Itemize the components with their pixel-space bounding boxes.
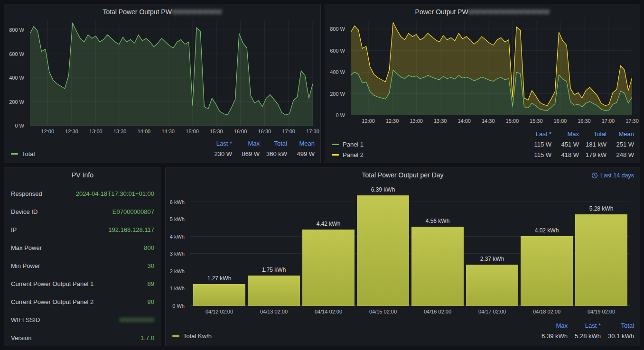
y-tick-label: 200 W (330, 91, 345, 97)
pv-row-device-id: Device ID E07000000807 (11, 203, 154, 221)
pv-value: 30 (148, 262, 154, 269)
legend-stat-header-mean[interactable]: Mean (607, 130, 634, 138)
panel-title-total-power[interactable]: Total Power Output PWWWWWWWWW (4, 8, 320, 16)
x-tick-label: 15:00 (506, 118, 519, 124)
legend-stat-header-last[interactable]: Last * (568, 322, 601, 329)
legend-stat-header-total[interactable]: Total (601, 322, 634, 329)
pv-value: E07000000807 (112, 208, 154, 215)
y-tick-label: 0 Wh (172, 303, 185, 309)
bar[interactable] (248, 276, 300, 306)
legend-stat-header-mean[interactable]: Mean (287, 140, 315, 147)
plot-area[interactable]: 1.27 kWh1.75 kWh4.42 kWh6.39 kWh4.56 kWh… (190, 186, 630, 306)
x-tick-label: 16:30 (258, 129, 271, 134)
panel-title-pv-info[interactable]: PV Info (4, 171, 161, 179)
pv-value: 1.7.0 (140, 334, 154, 341)
x-axis-labels: 12:0012:3013:0013:3014:0014:3015:0015:30… (30, 127, 313, 135)
legend-item-total-kwh[interactable]: Total Kw/h (172, 332, 534, 340)
x-tick-label: 15:30 (210, 129, 223, 134)
bar[interactable] (302, 230, 355, 306)
stat-value-total: 30.1 kWh (601, 332, 634, 340)
x-tick-label: 12:30 (386, 118, 399, 124)
bar-slots: 1.27 kWh1.75 kWh4.42 kWh6.39 kWh4.56 kWh… (190, 186, 630, 306)
x-tick-label: 04/12 02:00 (193, 307, 246, 315)
x-tick-label: 13:30 (434, 118, 447, 124)
x-tick-label: 12:30 (65, 129, 78, 134)
bar[interactable] (466, 265, 518, 306)
panel-power-timeseries[interactable]: 0 W200 W400 W600 W800 W12:0012:3013:0013… (329, 20, 635, 125)
legend-item-label: Total (22, 150, 35, 157)
panel-daily-power-output: Total Power Output per Day Last 14 days … (165, 167, 640, 346)
pv-label: Min Power (11, 262, 40, 269)
y-tick-label: 400 W (330, 69, 345, 75)
y-axis-labels: 0 W200 W400 W600 W800 W (8, 20, 27, 126)
legend-stat-header-total[interactable]: Total (260, 140, 287, 147)
y-tick-label: 0 W (15, 123, 24, 129)
legend-stat-header-last[interactable]: Last * (205, 140, 232, 147)
legend-item-label: Total Kw/h (183, 332, 212, 340)
x-tick-label: 13:00 (89, 129, 103, 134)
bar[interactable] (357, 195, 409, 306)
time-range-badge[interactable]: Last 14 days (591, 172, 634, 179)
daily-bar-chart[interactable]: 0 Wh1 kWh2 kWh3 kWh4 kWh5 kWh6 kWh1.27 k… (169, 186, 634, 315)
pv-value: 90 (148, 298, 154, 305)
x-axis-labels: 04/12 02:0004/13 02:0004/14 02:0004/15 0… (190, 307, 630, 315)
y-tick-label: 3 kWh (170, 251, 185, 257)
bar-slot: 4.02 kWh (520, 186, 573, 306)
x-tick-label: 04/18 02:00 (520, 307, 573, 315)
stat-value-max: 451 W (551, 141, 579, 148)
legend-stat-header-last[interactable]: Last * (524, 130, 551, 138)
legend-item-label: Panel 2 (343, 151, 364, 158)
bar-slot: 5.28 kWh (575, 186, 628, 306)
panel-title-text: Power Output PW (415, 8, 468, 16)
series-swatch-olive (172, 335, 179, 337)
daily-legend: Max Last * Total Total Kw/h 6.39 kWh 5.2… (172, 320, 634, 341)
plot-area[interactable] (351, 20, 632, 115)
x-tick-label: 04/19 02:00 (575, 307, 628, 315)
total-power-timeseries[interactable]: 0 W200 W400 W600 W800 W12:0012:3013:0013… (8, 20, 316, 135)
legend-stat-header-max[interactable]: Max (551, 130, 579, 138)
pv-row-current-power-panel-1: Current Power Output Panel 1 89 (11, 275, 154, 293)
legend-row-total-kwh: Total Kw/h 6.39 kWh 5.28 kWh 30.1 kWh (172, 331, 634, 341)
legend-header-row: Last * Max Total Mean (11, 138, 315, 148)
x-tick-label: 17:00 (602, 118, 615, 124)
legend-item-total[interactable]: Total (11, 150, 205, 157)
bar[interactable] (193, 284, 245, 306)
x-tick-label: 12:00 (362, 118, 375, 124)
legend-stat-header-max[interactable]: Max (232, 140, 260, 147)
series-swatch-yellow (332, 154, 339, 156)
x-tick-label: 14:00 (457, 118, 471, 124)
bar-value-label: 6.39 kWh (356, 186, 410, 193)
legend-item-panel-2[interactable]: Panel 2 (332, 151, 524, 158)
legend-stat-header-total[interactable]: Total (579, 130, 607, 138)
plot-area[interactable] (30, 20, 313, 126)
pv-row-current-power-panel-2: Current Power Output Panel 2 90 (11, 293, 154, 311)
stat-value-max: 6.39 kWh (534, 332, 568, 340)
bar-slot: 1.75 kWh (247, 186, 300, 306)
series-swatch-green (332, 144, 339, 145)
x-tick-label: 12:00 (41, 129, 54, 134)
bar-value-label: 4.02 kWh (520, 227, 573, 234)
pv-info-table: Responsed 2024-04-18T17:30:01+01:00 Devi… (11, 184, 154, 346)
y-tick-label: 600 W (9, 51, 24, 57)
bar-slot: 1.27 kWh (193, 186, 246, 306)
total-power-legend: Last * Max Total Mean Total 230 W 869 W … (11, 138, 315, 159)
bar[interactable] (411, 227, 464, 306)
y-tick-label: 1 kWh (170, 286, 185, 291)
legend-row-panel-2: Panel 2 115 W 418 W 179 kW 248 W (332, 149, 634, 160)
legend-item-panel-1[interactable]: Panel 1 (332, 141, 524, 148)
x-tick-label: 15:00 (186, 129, 199, 134)
pv-label: Device ID (11, 208, 37, 215)
panel-power-output-panels: Power Output PWWWWWWWWWWWWWW 0 W200 W400… (325, 4, 640, 163)
legend-stat-header-max[interactable]: Max (534, 322, 568, 329)
bar-slot: 6.39 kWh (356, 186, 410, 306)
bar[interactable] (521, 236, 573, 306)
x-tick-label: 04/16 02:00 (411, 307, 464, 315)
pv-row-ip: IP 192.168.128.117 (11, 221, 154, 239)
legend-header-row: Last * Max Total Mean (332, 129, 634, 139)
y-tick-label: 0 W (336, 112, 345, 118)
x-tick-label: 17:00 (282, 129, 295, 134)
pv-label: Responsed (11, 190, 42, 197)
panel-title-power-output[interactable]: Power Output PWWWWWWWWWWWWWW (325, 8, 640, 16)
bar[interactable] (575, 214, 627, 306)
panel-title-daily[interactable]: Total Power Output per Day (166, 171, 640, 179)
